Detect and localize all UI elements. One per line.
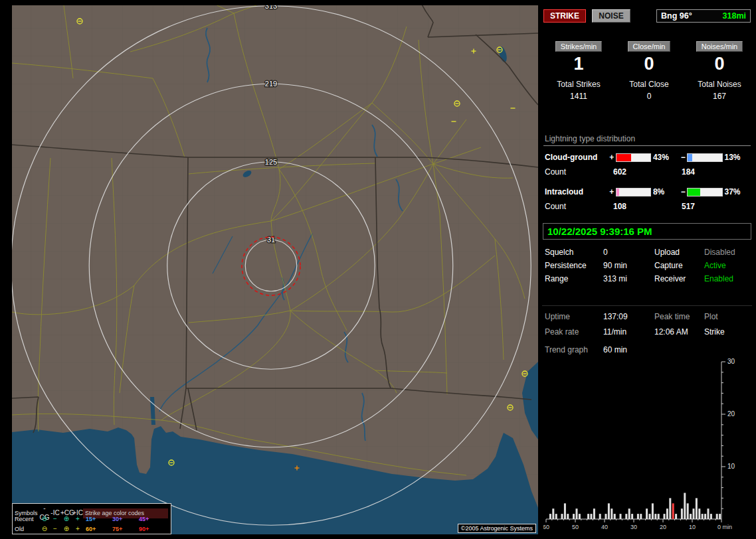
svg-text:313: 313 — [265, 5, 277, 10]
uptime-value: 137:09 — [603, 312, 654, 321]
svg-text:40: 40 — [601, 524, 608, 529]
legend-header-row: Symbols -CG -IC +CG +IC Strike age color… — [13, 504, 171, 514]
svg-text:60: 60 — [543, 524, 549, 529]
svg-text:20: 20 — [727, 410, 735, 418]
receiver-status: Enabled — [704, 274, 752, 283]
session-stats: Uptime 137:09 Peak time Plot Peak rate 1… — [542, 305, 752, 339]
cg-positive-count: 602 — [613, 167, 682, 177]
ic-positive-bar — [616, 188, 651, 196]
svg-text:10: 10 — [727, 463, 735, 470]
total-strikes-label: Total Strikes — [543, 80, 614, 89]
close-per-min-value: 0 — [614, 53, 684, 74]
plot-label: Plot — [704, 312, 752, 321]
intracloud-row: Intracloud + 8% − 37% — [543, 185, 751, 199]
noises-counter-column: Noises/min 0 Total Noises 167 — [684, 41, 755, 101]
capture-label: Capture — [654, 261, 704, 270]
ic-negative-count: 517 — [682, 202, 751, 211]
trend-graph-row: Trend graph 60 min — [542, 343, 752, 356]
noise-mode-button[interactable]: NOISE — [592, 9, 630, 23]
svg-text:10: 10 — [689, 524, 696, 529]
minus-sign: − — [679, 187, 687, 196]
status-panel: STRIKE NOISE Bng 96° 318mi Strikes/min 1… — [542, 5, 752, 534]
close-per-min-label: Close/min — [628, 41, 671, 52]
svg-text:30: 30 — [630, 524, 637, 529]
lightning-distribution: Lightning type distribution Cloud-ground… — [542, 134, 752, 214]
svg-text:125: 125 — [265, 158, 277, 166]
peak-rate-label: Peak rate — [545, 327, 603, 337]
ic-positive-pct: 8% — [651, 187, 679, 196]
trend-graph: 3020106050403020100 min — [543, 355, 749, 529]
total-close-label: Total Close — [614, 80, 684, 89]
svg-text:30: 30 — [727, 358, 735, 365]
pos-ic-recent-icon: + — [72, 514, 83, 524]
upload-label: Upload — [654, 248, 704, 257]
total-close-value: 0 — [614, 92, 684, 101]
receiver-settings-table: Squelch 0 Upload Disabled Persistence 90… — [542, 246, 752, 285]
legend-recent-row: Recent ⊖ − ⊕ + 15+ 30+ 45+ — [13, 514, 171, 524]
age-15: 15+ — [83, 514, 110, 524]
range-value: 313 mi — [603, 274, 654, 283]
count-label: Count — [543, 202, 613, 211]
map-canvas[interactable]: 31321912531 — [12, 5, 538, 534]
strikes-per-min-label: Strikes/min — [555, 41, 602, 52]
cg-negative-bar — [687, 153, 722, 162]
peak-time-value: 12:06 AM — [654, 327, 704, 337]
svg-text:0 min: 0 min — [717, 524, 732, 529]
total-noises-value: 167 — [684, 92, 755, 101]
bearing-label: Bng 96° — [661, 11, 692, 21]
close-counter-column: Close/min 0 Total Close 0 — [614, 41, 684, 101]
neg-ic-recent-icon: − — [50, 514, 60, 524]
range-label: Range — [545, 274, 603, 283]
plus-sign: + — [608, 153, 616, 162]
upload-status: Disabled — [704, 248, 752, 257]
cg-positive-pct: 43% — [651, 153, 679, 162]
ic-negative-pct: 37% — [723, 187, 751, 196]
peak-time-label: Peak time — [654, 312, 704, 321]
rate-counters: Strikes/min 1 Total Strikes 1411 Close/m… — [542, 41, 752, 101]
plot-value: Strike — [704, 327, 752, 337]
svg-text:50: 50 — [572, 524, 579, 529]
squelch-label: Squelch — [545, 248, 603, 257]
recent-label: Recent — [13, 514, 39, 524]
capture-status: Active — [704, 261, 752, 270]
age-45: 45+ — [136, 514, 168, 524]
plus-sign: + — [608, 187, 616, 196]
intracloud-label: Intracloud — [543, 187, 608, 196]
neg-cg-recent-icon: ⊖ — [39, 514, 50, 524]
neg-ic-old-icon: − — [50, 524, 60, 534]
strike-mode-button[interactable]: STRIKE — [543, 9, 586, 23]
cg-positive-bar — [616, 153, 651, 162]
bearing-indicator: Bng 96° 318mi — [656, 9, 751, 23]
ic-negative-bar — [687, 188, 722, 196]
lightning-map[interactable]: 31321912531 Symbols -CG -IC +CG +IC Stri… — [12, 5, 538, 534]
cloud-ground-counts: Count 602 184 — [543, 165, 751, 179]
current-datetime: 10/22/2025 9:39:16 PM — [543, 223, 751, 240]
persistence-value: 90 min — [603, 261, 654, 270]
age-30: 30+ — [110, 514, 136, 524]
total-strikes-value: 1411 — [543, 92, 614, 101]
neg-cg-old-icon: ⊖ — [39, 524, 50, 534]
age-75: 75+ — [110, 524, 136, 534]
cg-negative-pct: 13% — [723, 153, 751, 162]
map-legend: Symbols -CG -IC +CG +IC Strike age color… — [12, 503, 171, 534]
pos-ic-old-icon: + — [72, 524, 83, 534]
distribution-title: Lightning type distribution — [543, 134, 751, 146]
pos-cg-recent-icon: ⊕ — [60, 514, 72, 524]
trend-window-value: 60 min — [603, 345, 654, 354]
trend-graph-label: Trend graph — [545, 345, 603, 354]
svg-text:219: 219 — [265, 80, 277, 88]
svg-text:20: 20 — [660, 524, 666, 529]
noises-per-min-label: Noises/min — [696, 41, 743, 52]
strikes-per-min-value: 1 — [543, 53, 614, 74]
count-label: Count — [543, 167, 613, 177]
minus-sign: − — [679, 153, 687, 162]
bearing-distance: 318mi — [723, 11, 746, 21]
ic-positive-count: 108 — [613, 202, 682, 211]
cg-negative-count: 184 — [682, 167, 751, 177]
cloud-ground-row: Cloud-ground + 43% − 13% — [543, 150, 751, 165]
pos-cg-old-icon: ⊕ — [60, 524, 72, 534]
copyright-label: ©2005 Astrogenic Systems — [458, 524, 536, 533]
squelch-value: 0 — [603, 248, 654, 257]
mode-buttons-row: STRIKE NOISE Bng 96° 318mi — [542, 9, 752, 25]
old-label: Old — [13, 524, 39, 534]
